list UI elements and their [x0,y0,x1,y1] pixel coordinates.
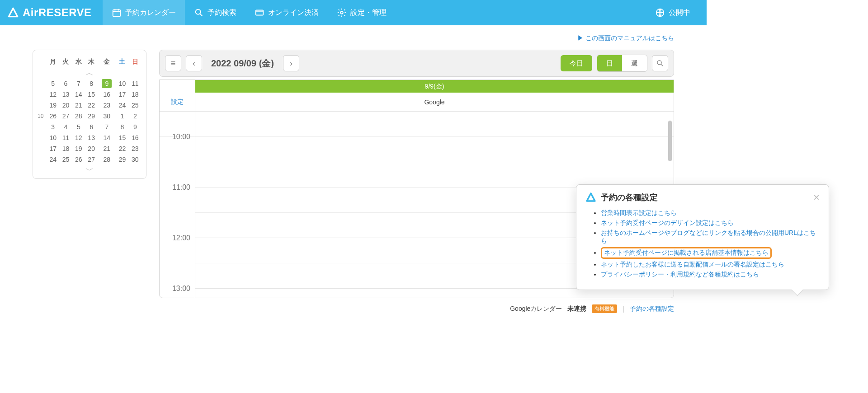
toolbar-view-toggle: 日 週 [597,55,647,72]
reservation-settings-link[interactable]: 予約の各種設定 [630,305,674,313]
nav-publish-status[interactable]: 公開中 [646,0,699,25]
svg-point-1 [195,9,200,14]
search-icon [656,59,664,67]
mini-cal-day[interactable]: 8 [85,78,98,89]
nav-search[interactable]: 予約検索 [185,0,245,25]
mini-cal-day[interactable]: 29 [116,154,128,165]
mini-cal-day[interactable]: 17 [116,89,128,100]
mini-cal-day[interactable]: 28 [72,111,85,122]
mini-cal-day[interactable]: 22 [116,143,128,154]
mini-cal-day[interactable]: 16 [98,89,116,100]
popup-settings-link[interactable]: お持ちのホームページやブログなどにリンクを貼る場合の公開用URLはこちら [601,229,707,244]
mini-cal-day[interactable]: 4 [59,122,72,132]
popup-settings-link[interactable]: 営業時間表示設定はこちら [601,209,677,216]
popup-settings-link[interactable]: ネット予約したお客様に送る自動配信メールの署名設定はこちら [601,261,707,268]
mini-calendar: 月火水木金土日 ︿ 567891011121314151617181920212… [33,50,146,179]
mini-cal-day[interactable]: 5 [47,78,59,89]
mini-cal-day[interactable]: 21 [98,143,116,154]
mini-cal-day[interactable]: 18 [129,89,142,100]
mini-cal-day[interactable]: 14 [72,89,85,100]
mini-cal-day[interactable]: 26 [72,154,85,165]
mini-cal-day[interactable]: 6 [85,122,98,132]
toolbar-menu-button[interactable]: ≡ [165,55,181,71]
nav-calendar-label: 予約カレンダー [125,8,176,18]
mini-cal-day[interactable]: 24 [47,154,59,165]
nav-calendar[interactable]: 予約カレンダー [103,0,185,25]
mini-cal-day[interactable]: 17 [47,143,59,154]
globe-icon [655,8,665,18]
mini-cal-day[interactable]: 15 [85,89,98,100]
gear-icon [337,8,347,18]
mini-cal-dow-row: 月火水木金土日 [38,56,142,67]
mini-cal-day[interactable]: 27 [85,154,98,165]
toolbar-search-button[interactable] [652,55,668,71]
mini-cal-day[interactable]: 3 [47,122,59,132]
brand-text: AirRESERVE [23,6,92,19]
svg-point-5 [657,61,661,65]
mini-cal-day[interactable]: 15 [116,132,128,143]
mini-cal-day[interactable]: 11 [129,78,142,89]
mini-cal-prev[interactable]: ︿ [38,67,142,78]
time-label: 11:00 [172,183,190,192]
toolbar-today-button[interactable]: 今日 [561,55,592,71]
mini-cal-day[interactable]: 25 [129,100,142,111]
card-icon [255,8,264,18]
mini-cal-day[interactable]: 12 [72,132,85,143]
mini-cal-day[interactable]: 13 [85,132,98,143]
toolbar-date-label: 2022 09/09 (金) [211,57,274,70]
mini-cal-day[interactable]: 29 [85,111,98,122]
popup-settings-link[interactable]: ネット予約受付ページに掲載される店舗基本情報はこちら [601,247,707,259]
mini-cal-next[interactable]: ﹀ [38,165,142,176]
mini-cal-day[interactable]: 25 [59,154,72,165]
mini-cal-day[interactable]: 16 [129,132,142,143]
nav-settings[interactable]: 設定・管理 [328,0,396,25]
mini-cal-day[interactable]: 27 [59,111,72,122]
calendar-settings-link[interactable]: 設定 [160,93,195,111]
time-label: 10:00 [172,133,190,141]
toolbar-view-week[interactable]: 週 [622,55,647,71]
toolbar-view-day[interactable]: 日 [597,55,622,71]
popup-settings-link[interactable]: プライバシーポリシー・利用規約など各種規約はこちら [601,271,707,278]
mini-cal-day[interactable]: 10 [116,78,128,89]
nav-payment[interactable]: オンライン決済 [245,0,328,25]
gcal-status: 未連携 [567,305,586,313]
mini-cal-day[interactable]: 7 [98,122,116,132]
mini-cal-day[interactable]: 1 [116,111,128,122]
nav-payment-label: オンライン決済 [268,8,319,18]
mini-cal-day[interactable]: 8 [116,122,128,132]
mini-cal-day[interactable]: 30 [129,154,142,165]
mini-cal-day[interactable]: 14 [98,132,116,143]
mini-cal-day[interactable]: 19 [47,100,59,111]
toolbar-prev-button[interactable]: ‹ [186,55,202,71]
mini-cal-day[interactable]: 21 [72,100,85,111]
mini-cal-day[interactable]: 5 [72,122,85,132]
mini-cal-day[interactable]: 22 [85,100,98,111]
mini-cal-day[interactable]: 6 [59,78,72,89]
popup-settings-link[interactable]: ネット予約受付ページのデザイン設定はこちら [601,219,707,226]
mini-cal-day[interactable]: 11 [59,132,72,143]
mini-cal-day[interactable]: 10 [47,132,59,143]
mini-cal-day[interactable]: 9 [129,122,142,132]
mini-cal-day[interactable]: 19 [72,143,85,154]
mini-cal-day[interactable]: 18 [59,143,72,154]
toolbar-next-button[interactable]: › [283,55,299,71]
mini-cal-day[interactable]: 26 [47,111,59,122]
mini-cal-day[interactable]: 20 [85,143,98,154]
brand[interactable]: AirRESERVE [7,6,92,19]
calendar-date-strip: 9/9(金) [195,80,674,93]
nav-settings-label: 設定・管理 [350,8,387,18]
mini-cal-day[interactable]: 30 [98,111,116,122]
mini-cal-day[interactable]: 24 [116,100,128,111]
mini-cal-day[interactable]: 13 [59,89,72,100]
mini-cal-day[interactable]: 7 [72,78,85,89]
mini-cal-day[interactable]: 23 [129,143,142,154]
mini-cal-day[interactable]: 9 [98,78,116,89]
mini-cal-day[interactable]: 2 [129,111,142,122]
mini-cal-day[interactable]: 23 [98,100,116,111]
mini-cal-day[interactable]: 28 [98,154,116,165]
manual-link[interactable]: この画面のマニュアルはこちら [33,31,674,50]
calendar-toolbar: ≡ ‹ 2022 09/09 (金) › 今日 日 週 [159,50,674,77]
mini-cal-day[interactable]: 12 [47,89,59,100]
mini-cal-day[interactable]: 20 [59,100,72,111]
svg-rect-2 [255,10,263,15]
